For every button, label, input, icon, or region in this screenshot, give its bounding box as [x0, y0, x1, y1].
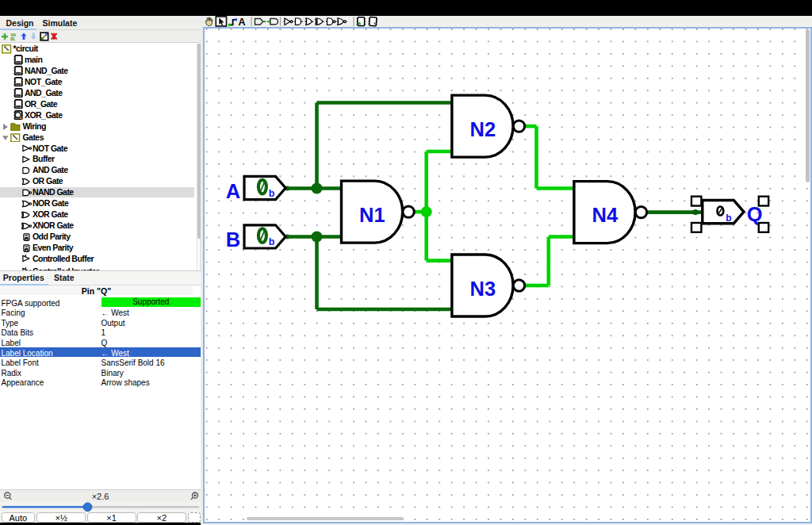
svg-text:N4: N4 [592, 204, 619, 226]
svg-text:A: A [239, 17, 246, 28]
svg-text:N3: N3 [470, 277, 496, 299]
svg-text:DL: DL [10, 37, 15, 41]
svg-text:N1: N1 [359, 203, 385, 225]
svg-text:N2: N2 [470, 117, 496, 140]
svg-text:B: B [226, 228, 240, 250]
svg-text:b: b [269, 187, 275, 198]
svg-text:b: b [269, 236, 275, 247]
svg-text:A: A [226, 179, 240, 201]
svg-text:b: b [726, 212, 731, 223]
